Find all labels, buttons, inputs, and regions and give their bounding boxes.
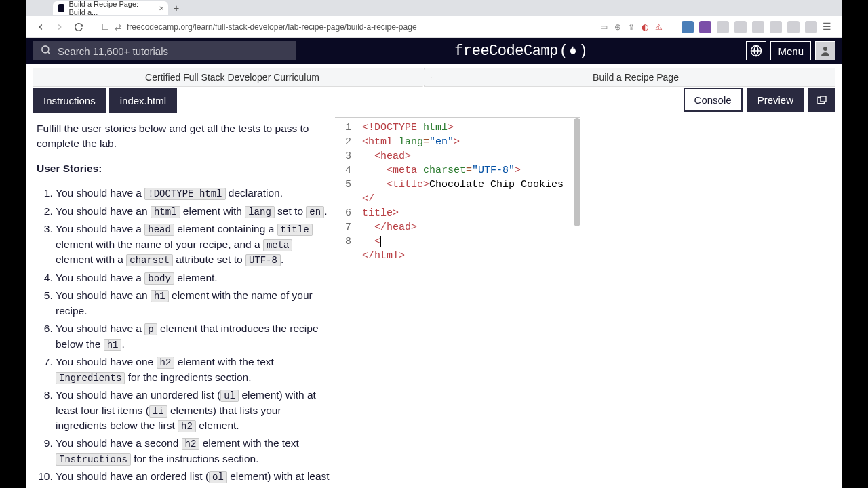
- code-editor[interactable]: <!DOCTYPE html> <html lang="en"> <head> …: [357, 118, 580, 488]
- language-button[interactable]: [746, 41, 766, 60]
- ext-icon[interactable]: [787, 21, 800, 33]
- svg-point-4: [823, 47, 827, 51]
- logo-text: freeCodeCamp: [454, 43, 557, 60]
- fire-icon: (): [559, 43, 587, 60]
- tab-instructions[interactable]: Instructions: [33, 88, 106, 113]
- search-input[interactable]: [58, 45, 288, 57]
- zoom-icon[interactable]: ⊕: [614, 22, 621, 32]
- browser-tab[interactable]: Build a Recipe Page: Build a... ✕: [53, 1, 168, 15]
- tab-index-html[interactable]: index.html: [109, 88, 177, 113]
- reload-button[interactable]: [69, 18, 88, 37]
- site-logo[interactable]: freeCodeCamp(): [454, 43, 587, 60]
- preview-expand-button[interactable]: [808, 88, 835, 112]
- share-icon[interactable]: ⇪: [628, 22, 635, 32]
- browser-tab-bar: Build a Recipe Page: Build a... ✕ +: [26, 0, 842, 16]
- search-icon: [41, 45, 51, 57]
- tab-title: Build a Recipe Page: Build a...: [68, 0, 148, 16]
- back-button[interactable]: [31, 18, 50, 37]
- reader-icon[interactable]: ▭: [600, 22, 608, 32]
- preview-pane: [585, 117, 835, 488]
- new-tab-button[interactable]: +: [174, 3, 179, 14]
- forward-button[interactable]: [50, 18, 69, 37]
- extension-icons: ☰: [676, 21, 837, 33]
- user-story-item: You should have a p element that introdu…: [56, 321, 330, 352]
- console-button[interactable]: Console: [684, 88, 743, 112]
- ext-icon[interactable]: [734, 21, 747, 33]
- line-gutter: 12345 678: [335, 118, 357, 488]
- browser-nav-bar: ☐ ⇄ freecodecamp.org/learn/full-stack-de…: [26, 16, 842, 38]
- bookmark-icon[interactable]: ☐: [102, 22, 109, 32]
- warn-icon[interactable]: ⚠: [655, 22, 663, 32]
- favicon: [58, 4, 64, 12]
- user-story-item: You should have an ordered list (ol elem…: [56, 469, 330, 488]
- ext-icon[interactable]: [805, 21, 817, 33]
- ext-icon[interactable]: [770, 21, 782, 33]
- svg-line-1: [47, 52, 50, 54]
- user-story-item: You should have a head element containin…: [56, 222, 330, 267]
- breadcrumb: Certified Full Stack Developer Curriculu…: [33, 68, 835, 87]
- editor-scrollbar[interactable]: [574, 118, 580, 488]
- site-header: freeCodeCamp() Menu: [26, 38, 842, 64]
- url-text: freecodecamp.org/learn/full-stack-develo…: [127, 22, 595, 32]
- user-stories-list: You should have a !DOCTYPE html declarat…: [37, 186, 330, 488]
- ext-icon[interactable]: [682, 21, 694, 33]
- user-avatar-button[interactable]: [815, 41, 835, 60]
- editor-pane: Console Preview 12345 678 <!DOCTYPE html…: [335, 87, 835, 488]
- user-story-item: You should have a body element.: [56, 270, 330, 285]
- user-story-item: You should have an h1 element with the n…: [56, 288, 330, 319]
- user-story-item: You should have one h2 element with the …: [56, 354, 330, 385]
- preview-button[interactable]: Preview: [747, 88, 804, 112]
- user-story-item: You should have an html element with lan…: [56, 204, 330, 219]
- url-bar[interactable]: ☐ ⇄ freecodecamp.org/learn/full-stack-de…: [95, 18, 669, 36]
- menu-button[interactable]: Menu: [770, 41, 811, 60]
- instructions-pane: Instructions index.html Fulfill the user…: [33, 87, 332, 488]
- instructions-intro: Fulfill the user stories below and get a…: [37, 121, 330, 152]
- svg-point-0: [42, 46, 49, 53]
- ext-icon[interactable]: [717, 21, 729, 33]
- user-story-item: You should have a !DOCTYPE html declarat…: [56, 186, 330, 201]
- breadcrumb-lab[interactable]: Build a Recipe Page: [424, 68, 835, 87]
- ext-icon[interactable]: [699, 21, 711, 33]
- user-story-item: You should have an unordered list (ul el…: [56, 388, 330, 433]
- user-stories-heading: User Stories:: [37, 163, 102, 174]
- user-story-item: You should have a second h2 element with…: [56, 436, 330, 466]
- breadcrumb-curriculum[interactable]: Certified Full Stack Developer Curriculu…: [33, 68, 432, 87]
- ext-icon[interactable]: [752, 21, 764, 33]
- toggle-icon[interactable]: ⇄: [115, 22, 121, 32]
- shield-icon[interactable]: ◐: [642, 22, 648, 32]
- close-icon[interactable]: ✕: [159, 5, 164, 12]
- search-container: [33, 41, 296, 60]
- menu-icon[interactable]: ☰: [823, 21, 831, 33]
- svg-rect-6: [821, 96, 826, 102]
